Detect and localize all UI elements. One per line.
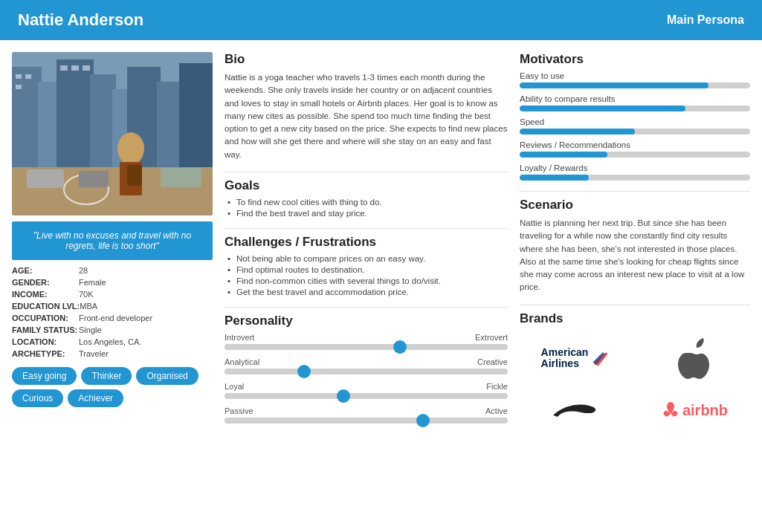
- motivator-label: Speed: [520, 117, 750, 126]
- bio-section: Bio Nattie is a yoga teacher who travels…: [225, 52, 508, 161]
- challenge-item: Find non-common cities with several thin…: [227, 276, 508, 285]
- page-title: Nattie Anderson: [18, 10, 143, 30]
- svg-rect-19: [127, 165, 142, 186]
- info-value: Front-end developer: [79, 314, 152, 322]
- quote-text: "Live with no excuses and travel with no…: [33, 230, 191, 251]
- svg-rect-10: [25, 74, 31, 79]
- tag: Curious: [12, 389, 63, 407]
- slider-thumb[interactable]: [393, 340, 407, 354]
- middle-column: Bio Nattie is a yoga teacher who travels…: [225, 52, 508, 522]
- slider-track[interactable]: [225, 344, 508, 350]
- info-row: OCCUPATION:Front-end developer: [12, 314, 213, 322]
- goals-title: Goals: [225, 178, 508, 193]
- info-value: Single: [79, 325, 102, 334]
- scenario-section: Scenario Nattie is planning her next tri…: [520, 198, 750, 294]
- info-label: GENDER:: [12, 278, 79, 287]
- info-section: AGE:28GENDER:FemaleINCOME:70KEDUCATION L…: [12, 266, 213, 358]
- slider-thumb[interactable]: [416, 414, 430, 427]
- info-value: Traveler: [79, 349, 109, 358]
- slider-right-label: Active: [485, 406, 508, 415]
- slider-left-label: Analytical: [225, 357, 259, 366]
- svg-rect-20: [27, 169, 64, 188]
- info-label: FAMILY STATUS:: [12, 325, 79, 334]
- slider-right-label: Fickle: [486, 382, 508, 391]
- left-column: "Live with no excuses and travel with no…: [12, 52, 213, 522]
- info-row: GENDER:Female: [12, 278, 213, 287]
- info-row: AGE:28: [12, 266, 213, 275]
- info-row: EDUCATION LVL:MBA: [12, 302, 213, 311]
- svg-point-17: [117, 132, 144, 165]
- goals-list: To find new cool cities with thing to do…: [225, 198, 508, 218]
- info-value: Female: [79, 278, 106, 287]
- motivator-label: Loyalty / Rewards: [520, 163, 750, 172]
- info-label: INCOME:: [12, 290, 79, 299]
- challenges-list: Not being able to compare prices on an e…: [225, 254, 508, 296]
- motivator-row: Speed: [520, 117, 750, 134]
- slider-right-label: Creative: [477, 357, 508, 366]
- svg-rect-8: [179, 63, 213, 171]
- brands-grid: AmericanAirlines: [520, 332, 750, 428]
- slider-right-label: Extrovert: [475, 333, 508, 342]
- slider-track[interactable]: [225, 369, 508, 374]
- persona-photo: [12, 52, 213, 215]
- brand-american-airlines: AmericanAirlines: [520, 332, 630, 385]
- bio-title: Bio: [225, 52, 508, 67]
- motivator-row: Loyalty / Rewards: [520, 163, 750, 181]
- motivator-track: [520, 82, 750, 88]
- tag: Achiever: [68, 389, 123, 407]
- motivator-fill: [520, 82, 708, 88]
- info-row: ARCHETYPE:Traveler: [12, 349, 213, 358]
- motivators-container: Easy to use Ability to compare results S…: [520, 71, 750, 181]
- info-label: LOCATION:: [12, 337, 79, 346]
- motivator-label: Ability to compare results: [520, 94, 750, 103]
- challenge-item: Not being able to compare prices on an e…: [227, 254, 508, 263]
- motivator-track: [520, 129, 750, 134]
- info-label: ARCHETYPE:: [12, 349, 79, 358]
- motivator-track: [520, 175, 750, 181]
- motivator-track: [520, 152, 750, 158]
- slider-track[interactable]: [225, 418, 508, 424]
- tag: Easy going: [12, 367, 77, 385]
- sliders-container: Introvert Extrovert Analytical Creative …: [225, 333, 508, 424]
- info-value: MBA: [80, 302, 97, 311]
- brands-title: Brands: [520, 311, 750, 326]
- motivator-label: Easy to use: [520, 71, 750, 80]
- challenges-section: Challenges / Frustrations Not being able…: [225, 235, 508, 296]
- challenge-item: Find optimal routes to destination.: [227, 265, 508, 274]
- info-value: 28: [79, 266, 88, 275]
- info-row: FAMILY STATUS:Single: [12, 325, 213, 334]
- motivator-row: Reviews / Recommendations: [520, 140, 750, 158]
- svg-rect-21: [79, 171, 109, 187]
- svg-rect-14: [83, 65, 90, 71]
- info-value: 70K: [79, 290, 94, 299]
- brands-section: Brands AmericanAirlines: [520, 311, 750, 428]
- airbnb-text: airbnb: [682, 402, 728, 419]
- svg-rect-3: [56, 59, 94, 171]
- tag: Organised: [136, 367, 198, 385]
- bio-text: Nattie is a yoga teacher who travels 1-3…: [225, 71, 508, 161]
- svg-rect-22: [161, 168, 201, 187]
- scenario-title: Scenario: [520, 198, 750, 213]
- motivator-fill: [520, 106, 685, 111]
- slider-labels: Analytical Creative: [225, 357, 508, 366]
- info-label: EDUCATION LVL:: [12, 302, 80, 311]
- slider-left-label: Introvert: [225, 333, 254, 342]
- motivator-fill: [520, 129, 635, 134]
- goal-item: To find new cool cities with thing to do…: [227, 198, 508, 207]
- motivator-label: Reviews / Recommendations: [520, 140, 750, 149]
- info-row: LOCATION:Los Angeles, CA.: [12, 337, 213, 346]
- tag: Thinker: [81, 367, 132, 385]
- goal-item: Find the best travel and stay price.: [227, 209, 508, 218]
- slider-labels: Introvert Extrovert: [225, 333, 508, 342]
- svg-rect-13: [71, 65, 79, 71]
- slider-thumb[interactable]: [297, 365, 311, 378]
- motivator-fill: [520, 175, 589, 181]
- svg-rect-11: [16, 85, 22, 89]
- slider-thumb[interactable]: [337, 389, 350, 403]
- motivators-title: Motivators: [520, 52, 750, 67]
- motivator-row: Ability to compare results: [520, 94, 750, 111]
- svg-rect-1: [12, 67, 42, 171]
- quote-box: "Live with no excuses and travel with no…: [12, 221, 213, 260]
- info-row: INCOME:70K: [12, 290, 213, 299]
- slider-track[interactable]: [225, 393, 508, 399]
